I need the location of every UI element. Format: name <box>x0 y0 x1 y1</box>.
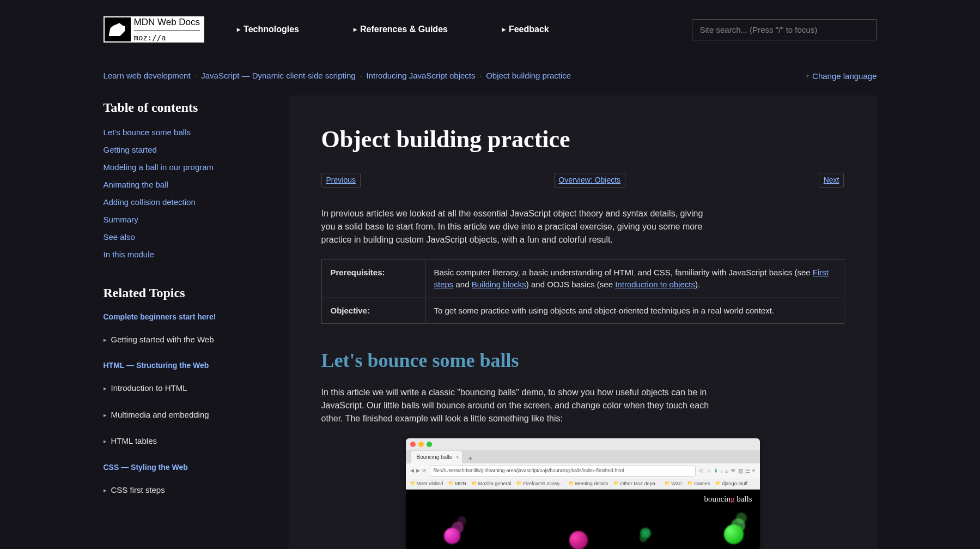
page-title: Object building practice <box>321 122 844 158</box>
logo-text-top: MDN Web Docs <box>134 15 200 31</box>
crumb-learn[interactable]: Learn web development <box>104 70 191 82</box>
toc-item[interactable]: Getting started <box>104 145 157 154</box>
bookmark: Other Moz depa... <box>613 480 659 488</box>
toc-item[interactable]: In this module <box>104 250 154 259</box>
prereq-value: Basic computer literacy, a basic underst… <box>425 260 844 298</box>
browser-tab: Bouncing balls <box>411 451 462 463</box>
article: Object building practice Previous Overvi… <box>289 95 877 550</box>
menu-icon: ≡ <box>752 467 756 475</box>
forward-icon: ▶ <box>416 467 420 475</box>
toc-heading: Table of contents <box>104 98 267 117</box>
bookmark: Most Visited <box>410 480 443 488</box>
demo-canvas: bouncing balls <box>406 490 760 549</box>
top-nav: Technologies References & Guides Feedbac… <box>237 23 659 36</box>
library-icon: ☰ <box>745 467 750 475</box>
objective-value: To get some practice with using objects … <box>425 298 844 324</box>
toc-item[interactable]: See also <box>104 232 135 242</box>
toc-item[interactable]: Adding collision detection <box>104 197 196 207</box>
mdn-logo[interactable]: MDN Web Docs moz://a <box>104 16 205 43</box>
crumb-objects[interactable]: Introducing JavaScript objects <box>366 70 475 82</box>
bookmark: Games <box>687 480 710 488</box>
nav-technologies[interactable]: Technologies <box>237 23 299 36</box>
ball-icon <box>569 531 588 549</box>
link-intro-objects[interactable]: Introduction to objects <box>615 280 695 289</box>
logo-text-bottom: moz://a <box>134 31 200 44</box>
traffic-light-max-icon <box>427 442 432 447</box>
objective-label: Objective: <box>321 298 425 324</box>
ball-icon <box>638 526 653 540</box>
reader-icon: ⊂ <box>699 467 703 475</box>
dev-icon: ▥ <box>738 467 743 475</box>
crumb-js[interactable]: JavaScript — Dynamic client-side scripti… <box>201 70 355 82</box>
section-heading[interactable]: Let's bounce some balls <box>321 346 844 375</box>
bookmark: Mozilla general <box>472 480 512 488</box>
link-building-blocks[interactable]: Building blocks <box>472 280 526 289</box>
related-group-title[interactable]: Complete beginners start here! <box>104 311 267 323</box>
bookmarks-bar: Most Visited MDN Mozilla general Firefox… <box>406 479 760 490</box>
dino-icon <box>105 17 131 41</box>
ball-icon <box>444 528 460 544</box>
bookmark: W3C <box>665 480 682 488</box>
pager-overview[interactable]: Overview: Objects <box>554 173 626 188</box>
url-field: file:///Users/chrismills/git/learning-ar… <box>430 466 696 476</box>
breadcrumb: Learn web development› JavaScript — Dyna… <box>104 70 571 82</box>
toc-item[interactable]: Summary <box>104 215 138 224</box>
pager-next[interactable]: Next <box>819 173 844 188</box>
nav-feedback[interactable]: Feedback <box>502 23 549 36</box>
sidebar: Table of contents Let's bounce some ball… <box>104 95 267 511</box>
back-icon: ◀ <box>410 467 414 475</box>
toc-item[interactable]: Animating the ball <box>104 180 168 189</box>
nav-references[interactable]: References & Guides <box>354 23 448 36</box>
intro-paragraph: In previous articles we looked at all th… <box>321 207 714 246</box>
toc-item[interactable]: Modeling a ball in our program <box>104 162 214 172</box>
related-item[interactable]: Getting started with the Web <box>104 334 267 346</box>
change-language-button[interactable]: Change language <box>806 71 876 81</box>
search-input[interactable] <box>692 19 877 40</box>
home-icon: ⌂ <box>725 467 728 475</box>
related-group-title[interactable]: CSS — Styling the Web <box>104 462 267 473</box>
download-icon: ↓ <box>720 467 723 475</box>
ball-icon <box>724 524 744 544</box>
related-item[interactable]: Introduction to HTML <box>104 382 267 395</box>
traffic-light-close-icon <box>410 442 416 447</box>
traffic-light-min-icon <box>418 442 424 447</box>
related-group-title[interactable]: HTML — Structuring the Web <box>104 360 267 371</box>
bookmark: Meeting details <box>569 480 608 488</box>
related-heading: Related Topics <box>104 283 267 303</box>
bookmark: FirefoxOS ecosy... <box>516 480 563 488</box>
prereq-label: Prerequisites: <box>321 260 425 298</box>
pocket-icon: ⬇ <box>714 467 718 475</box>
star-icon: ☆ <box>707 467 711 475</box>
toc-item[interactable]: Let's bounce some balls <box>104 128 191 137</box>
meta-table: Prerequisites: Basic computer literacy, … <box>321 260 844 324</box>
body-paragraph: In this article we will write a classic … <box>321 386 725 425</box>
related-item[interactable]: Multimedia and embedding <box>104 409 267 421</box>
bookmark: django-stuff <box>715 480 747 488</box>
bookmark: MDN <box>448 480 466 488</box>
eye-icon: 👁 <box>731 467 736 475</box>
toc-list: Let's bounce some balls Getting started … <box>104 126 267 261</box>
related-item[interactable]: HTML tables <box>104 435 267 448</box>
demo-screenshot: Bouncing balls + ◀▶⟳ file:///Users/chris… <box>406 438 760 549</box>
reload-icon: ⟳ <box>422 467 427 475</box>
related-item[interactable]: CSS first steps <box>104 484 267 497</box>
pager-prev[interactable]: Previous <box>321 173 361 188</box>
pager: Previous Overview: Objects Next <box>321 173 844 188</box>
crumb-current: Object building practice <box>486 70 571 82</box>
plus-icon: + <box>465 453 476 464</box>
